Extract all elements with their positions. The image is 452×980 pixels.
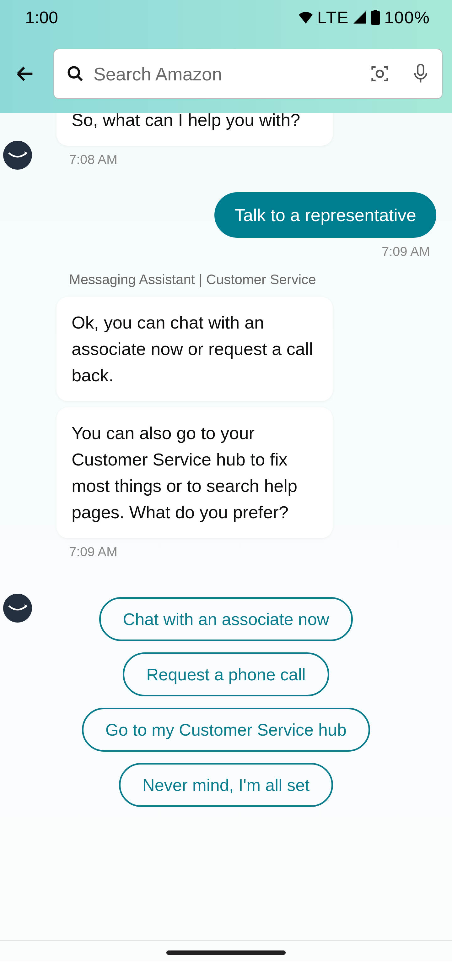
bot-message-text: You can also go to your Customer Service… xyxy=(71,423,297,522)
divider xyxy=(0,940,452,941)
timestamp: 7:09 AM xyxy=(13,244,430,259)
status-right: LTE 100% xyxy=(298,8,430,27)
status-bar: 1:00 LTE 100% xyxy=(0,0,452,35)
svg-rect-1 xyxy=(374,10,377,12)
header-bar: Search Amazon xyxy=(0,35,452,113)
amazon-smile-icon xyxy=(8,603,27,613)
option-phone-call[interactable]: Request a phone call xyxy=(123,652,329,696)
user-message-text: Talk to a representative xyxy=(235,205,416,225)
bot-avatar xyxy=(3,593,32,622)
chat-area[interactable]: So, what can I help you with? 7:08 AM Ta… xyxy=(0,113,452,961)
bot-avatar xyxy=(3,141,32,170)
battery-icon xyxy=(370,10,381,25)
lens-icon[interactable] xyxy=(370,64,390,84)
mic-icon[interactable] xyxy=(412,64,430,84)
search-placeholder: Search Amazon xyxy=(94,64,360,84)
option-chat-associate[interactable]: Chat with an associate now xyxy=(99,597,352,641)
network-label: LTE xyxy=(317,8,349,27)
sender-label: Messaging Assistant | Customer Service xyxy=(69,272,439,287)
timestamp: 7:08 AM xyxy=(69,152,439,167)
battery-label: 100% xyxy=(384,8,430,27)
search-box[interactable]: Search Amazon xyxy=(53,49,442,99)
wifi-icon xyxy=(298,11,314,24)
svg-rect-5 xyxy=(418,64,423,75)
bot-message-text: Ok, you can chat with an associate now o… xyxy=(71,313,313,385)
bot-message: You can also go to your Customer Service… xyxy=(57,407,333,538)
quick-reply-options: Chat with an associate now Request a pho… xyxy=(13,597,439,807)
search-icon xyxy=(67,65,84,83)
bot-message: Ok, you can chat with an associate now o… xyxy=(57,297,333,401)
option-never-mind[interactable]: Never mind, I'm all set xyxy=(119,763,333,807)
svg-rect-0 xyxy=(371,11,380,25)
nav-handle[interactable] xyxy=(167,950,285,955)
amazon-smile-icon xyxy=(8,150,27,160)
svg-point-4 xyxy=(376,70,383,77)
bot-message: So, what can I help you with? xyxy=(57,113,333,146)
back-button[interactable] xyxy=(10,58,41,89)
bot-message-text: So, what can I help you with? xyxy=(71,113,300,130)
signal-icon xyxy=(353,11,366,24)
svg-point-2 xyxy=(69,67,79,78)
status-time: 1:00 xyxy=(25,8,58,27)
back-arrow-icon xyxy=(14,63,36,85)
option-cs-hub[interactable]: Go to my Customer Service hub xyxy=(82,708,370,752)
timestamp: 7:09 AM xyxy=(69,544,439,559)
user-message: Talk to a representative xyxy=(214,192,436,238)
svg-line-3 xyxy=(78,76,82,80)
